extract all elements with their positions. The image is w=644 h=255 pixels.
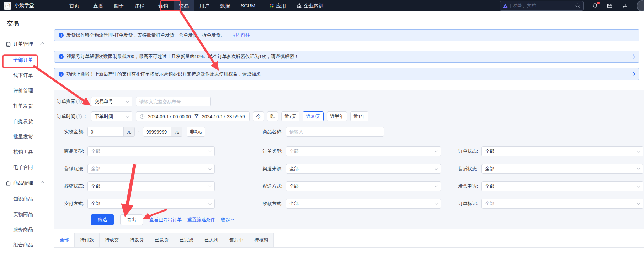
filter-select-收款方式[interactable]: 全部 [286,199,441,209]
tab-全部[interactable]: 全部 [54,233,75,247]
tab-待付款[interactable]: 待付款 [75,233,100,247]
sidebar-item-打单发货[interactable]: 打单发货 [0,98,49,114]
order-time-label-text: 订单时间 [57,113,75,120]
sidebar-item-评价管理[interactable]: 评价管理 [0,83,49,98]
filter-label-营销玩法: 营销玩法: [60,166,87,172]
chevron-right-icon[interactable] [631,54,635,58]
order-icon [6,42,11,47]
product-name-label: 商品名称: [220,129,286,135]
nav-item-label: 企业内训 [304,0,324,11]
sidebar-item-电子合同[interactable]: 电子合同 [0,160,49,175]
banner-text: 发货操作移至物流管理-打单发货，支持批量打单发货、合单发货、拆单发货。 [66,32,225,38]
chevron-down-icon [435,149,438,153]
filter-select-营销玩法[interactable]: 全部 [87,164,215,174]
nav-item-圈子[interactable]: 圈子 [108,0,129,11]
amount-max-field[interactable]: 元 [143,127,182,137]
workbench-icon[interactable] [607,3,613,9]
filter-label-核销状态: 核销状态: [60,183,87,189]
global-search[interactable]: 功能、文档 [500,1,584,11]
amount-min-input[interactable] [88,129,123,135]
action-link-查看已导出订单[interactable]: 查看已导出订单 [149,217,182,223]
filter-row-order-search: 订单搜索 i ： 交易单号 [60,97,644,106]
filter-select-订单类型[interactable]: 全部 [286,146,441,156]
filter-select-配送方式[interactable]: 全部 [286,181,441,191]
sidebar-item-组合商品[interactable]: 组合商品 [0,237,49,253]
sidebar-item-线下订单[interactable]: 线下订单 [0,68,49,83]
notification-bell-icon[interactable] [592,3,598,9]
select-value: 下单时间 [95,113,113,120]
amount-max-input[interactable] [143,129,171,135]
export-button[interactable]: 导出 [120,214,143,225]
tab-待发货[interactable]: 待发货 [124,233,149,247]
sidebar-item-自提发货[interactable]: 自提发货 [0,114,49,129]
nav-item-直播[interactable]: 直播 [88,0,108,11]
filter-select-grid: 商品类型:全部订单类型:全部订单状态:全部营销玩法:全部渠道来源:全部售后状态:… [60,146,644,209]
sidebar-item-服务商品[interactable]: 服务商品 [0,222,49,237]
filter-select-渠道来源[interactable]: 全部 [286,164,441,174]
sidebar-item-知识商品[interactable]: 知识商品 [0,191,49,207]
action-link-收起[interactable]: 收起 [221,217,234,223]
quick-range-近1年[interactable]: 近1年 [350,111,368,121]
filter-select-售后状态[interactable]: 全部 [481,164,643,174]
product-name-input[interactable] [286,127,384,137]
info-banner-3: i功能上新啦！上新后产生的支付有礼订单将展示营销标识并支持退款作废未使用权益，请… [54,68,639,80]
filter-select-发票申请[interactable]: 全部 [481,181,643,191]
sidebar-section-商品管理[interactable]: 商品管理 [0,175,49,191]
search-icon[interactable] [575,3,580,8]
nav-item-营销[interactable]: 营销 [153,0,174,11]
filter-row-order-time: 订单时间 i ： 下单时间 2024-09-17 00:00:00 至 2024… [60,111,644,121]
nav-item-应用[interactable]: 应用 [264,0,291,11]
brand: 小鹅学堂 [4,2,64,10]
action-link-label: 收起 [221,217,230,223]
filter-select-订单标记[interactable]: 全部 [481,199,643,209]
quick-range-近30天[interactable]: 近30天 [303,111,323,121]
filter-label-渠道来源: 渠道来源: [220,166,286,172]
nav-item-交易[interactable]: 交易 [174,0,194,11]
amount-label: 实收金额: [60,129,87,135]
filter-select-订单状态[interactable]: 全部 [481,146,643,156]
tab-已发货[interactable]: 已发货 [149,233,174,247]
user-avatar[interactable] [637,0,644,11]
nav-item-用户[interactable]: 用户 [194,0,215,11]
quick-range-昨[interactable]: 昨 [267,111,278,121]
quick-range-近半年[interactable]: 近半年 [327,111,347,121]
tab-售后中[interactable]: 售后中 [224,233,249,247]
chevron-up-icon[interactable] [40,181,44,185]
notification-dot [597,2,600,4]
sidebar-item-全部订单[interactable]: 全部订单 [0,52,49,68]
order-time-type-select[interactable]: 下单时间 [91,111,132,121]
date-range-picker[interactable]: 2024-09-17 00:00:00 至 2024-10-17 23:59:5… [136,111,250,121]
amount-min-field[interactable]: 元 [87,127,135,137]
banner-link[interactable]: 立即前往 [231,32,250,38]
switch-account-icon[interactable] [621,3,628,9]
quick-range-近7天[interactable]: 近7天 [281,111,299,121]
nav-item-数据[interactable]: 数据 [215,0,235,11]
quick-range-今[interactable]: 今 [253,111,264,121]
sidebar-item-实物商品[interactable]: 实物商品 [0,207,49,222]
apps-icon [269,3,274,8]
tab-已完成[interactable]: 已完成 [174,233,199,247]
filter-select-核销状态[interactable]: 全部 [87,181,215,191]
sidebar-section-订单管理[interactable]: 订单管理 [0,36,49,52]
chevron-right-icon[interactable] [631,72,635,76]
nav-item-SCRM[interactable]: SCRM [235,0,261,11]
order-search-type-select[interactable]: 交易单号 [91,97,132,106]
nav-item-首页[interactable]: 首页 [64,0,85,11]
filter-select-row-2: 营销玩法:全部渠道来源:全部售后状态:全部 [60,164,644,174]
filter-button[interactable]: 筛选 [91,214,114,225]
chevron-up-icon[interactable] [40,42,44,46]
tab-已关闭[interactable]: 已关闭 [199,233,224,247]
filter-select-商品类型[interactable]: 全部 [87,146,215,156]
action-link-重置筛选条件[interactable]: 重置筛选条件 [187,217,215,223]
order-time-label: 订单时间 i ： [60,113,87,120]
sidebar-item-核销工具[interactable]: 核销工具 [0,144,49,160]
nav-right: 功能、文档 [500,0,644,11]
nav-item-课程[interactable]: 课程 [129,0,150,11]
nav-item-企业内训[interactable]: 企业内训 [291,0,329,11]
order-search-input[interactable] [136,97,211,106]
sidebar-item-批量发货[interactable]: 批量发货 [0,129,49,144]
nonzero-button[interactable]: 非0元 [187,127,205,137]
tab-待核销[interactable]: 待核销 [249,233,274,247]
filter-select-支付方式[interactable]: 全部 [87,199,215,209]
tab-待成交[interactable]: 待成交 [100,233,124,247]
